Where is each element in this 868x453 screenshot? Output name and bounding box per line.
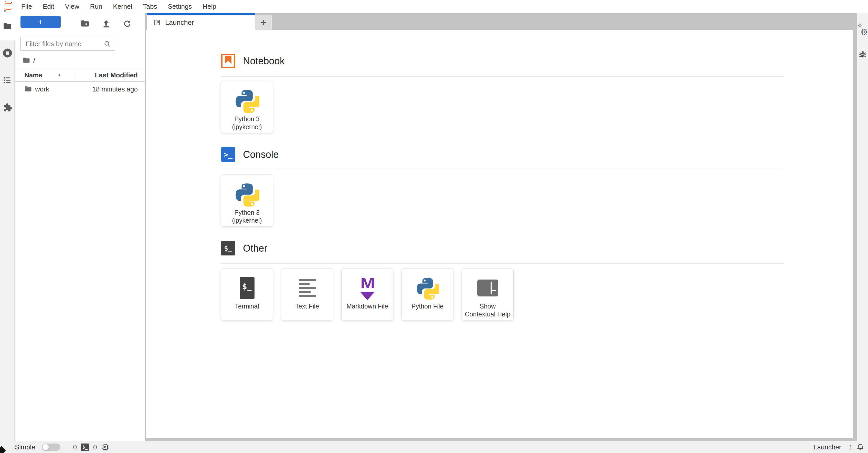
terminal-icon: $_	[240, 277, 254, 299]
tab-label: Launcher	[165, 19, 194, 27]
simple-mode-label: Simple	[15, 443, 35, 451]
breadcrumb[interactable]: /	[23, 56, 35, 65]
divider	[15, 68, 145, 68]
sidebar-item-extension-manager[interactable]	[0, 103, 15, 113]
new-launcher-button[interactable]: +	[21, 16, 61, 28]
bug-icon	[858, 49, 868, 59]
terminals-count[interactable]: 0	[73, 443, 76, 451]
search-icon	[103, 40, 111, 48]
section-header-console: >_ Console	[221, 147, 853, 162]
file-browser-panel: +	[15, 13, 145, 441]
contextual-help-icon	[477, 280, 498, 296]
jupyter-logo-icon	[3, 1, 14, 12]
upload-icon[interactable]	[101, 19, 111, 29]
notifications-count: 1	[849, 443, 852, 451]
card-label: Markdown File	[346, 302, 388, 310]
file-list-header: Name ▲ Last Modified	[15, 69, 145, 82]
menu-edit[interactable]: Edit	[37, 0, 60, 13]
left-sidebar	[0, 13, 15, 441]
menu-file[interactable]: File	[16, 0, 37, 13]
card-label: Python 3 (ipykernel)	[232, 208, 262, 224]
python-icon	[235, 86, 259, 115]
file-last-modified: 18 minutes ago	[92, 85, 138, 93]
menu-bar: File Edit View Run Kernel Tabs Settings …	[0, 0, 868, 13]
card-label: Text File	[295, 302, 319, 310]
active-widget-label: Launcher	[813, 443, 841, 451]
status-bar: Simple 0 $_ 0 Launcher 1	[0, 441, 868, 453]
section-rule	[221, 263, 783, 264]
sidebar-item-debugger[interactable]	[857, 49, 868, 59]
sidebar-item-property-inspector[interactable]: ⚙⚙	[857, 24, 868, 36]
section-title: Notebook	[243, 56, 285, 67]
sidebar-item-running-sessions[interactable]	[0, 48, 15, 59]
kernels-count[interactable]: 0	[93, 443, 97, 451]
menu-run[interactable]: Run	[85, 0, 108, 13]
new-tab-button[interactable]: +	[255, 15, 272, 30]
section-title: Other	[243, 243, 267, 254]
terminal-icon[interactable]: $_	[81, 444, 89, 451]
section-header-notebook: Notebook	[221, 54, 853, 68]
menu-tabs[interactable]: Tabs	[137, 0, 162, 13]
card-label: Python File	[411, 302, 443, 310]
section-header-other: $_ Other	[221, 241, 853, 255]
menu-kernel[interactable]: Kernel	[107, 0, 137, 13]
launcher-card-contextual-help[interactable]: Show Contextual Help	[462, 268, 514, 320]
launcher-card-text-file[interactable]: Text File	[281, 268, 333, 320]
launcher-card-notebook-python3[interactable]: Python 3 (ipykernel)	[221, 81, 273, 133]
launcher-card-python-file[interactable]: Python File	[401, 268, 454, 320]
breadcrumb-root: /	[33, 57, 35, 64]
card-label: Terminal	[235, 302, 259, 310]
python-icon	[235, 180, 259, 208]
terminal-section-icon: $_	[221, 241, 235, 255]
refresh-icon[interactable]	[122, 19, 132, 29]
launcher-card-markdown-file[interactable]: M Markdown File	[341, 268, 393, 320]
card-label: Show Contextual Help	[465, 302, 510, 318]
launcher-panel: Notebook Python 3 (ipykernel) >_ Console	[146, 30, 853, 438]
folder-icon	[24, 85, 32, 93]
text-file-icon	[299, 279, 316, 297]
column-header-name[interactable]: Name	[24, 71, 42, 79]
notebook-icon	[221, 54, 235, 68]
menu-view[interactable]: View	[60, 0, 85, 13]
simple-mode-toggle[interactable]	[42, 444, 60, 451]
gears-icon: ⚙⚙	[858, 24, 868, 36]
file-row-work[interactable]: work 18 minutes ago	[15, 83, 145, 96]
folder-icon	[0, 22, 15, 31]
file-name: work	[35, 85, 49, 93]
launcher-card-console-python3[interactable]: Python 3 (ipykernel)	[221, 174, 273, 227]
console-icon: >_	[221, 147, 235, 162]
section-rule	[221, 170, 783, 170]
section-rule	[221, 76, 783, 77]
menu-help[interactable]: Help	[197, 0, 221, 13]
filter-files-input[interactable]	[21, 40, 103, 48]
section-title: Console	[243, 149, 279, 160]
launcher-card-terminal[interactable]: $_ Terminal	[221, 268, 273, 320]
python-icon	[416, 274, 439, 302]
launcher-icon	[153, 19, 161, 26]
jupyterlab-window: File Edit View Run Kernel Tabs Settings …	[0, 0, 868, 453]
kernel-chip-icon[interactable]	[101, 443, 110, 451]
sidebar-item-table-of-contents[interactable]	[0, 76, 15, 85]
sort-ascending-icon: ▲	[57, 73, 62, 78]
tab-launcher[interactable]: Launcher	[147, 13, 255, 30]
column-divider	[74, 70, 74, 81]
main-dock-panel: Launcher + Notebook Python 3 (ipykernel)	[145, 13, 857, 441]
home-folder-icon	[23, 57, 30, 64]
filter-files-box	[21, 37, 115, 51]
right-sidebar: ⚙⚙	[857, 13, 868, 441]
menu-settings[interactable]: Settings	[162, 0, 197, 13]
card-label: Python 3 (ipykernel)	[232, 115, 262, 131]
new-folder-icon[interactable]	[80, 19, 90, 29]
markdown-icon: M	[361, 276, 374, 300]
column-header-last-modified[interactable]: Last Modified	[95, 71, 138, 79]
bell-icon[interactable]	[856, 443, 864, 451]
sidebar-item-file-browser[interactable]	[0, 13, 15, 40]
